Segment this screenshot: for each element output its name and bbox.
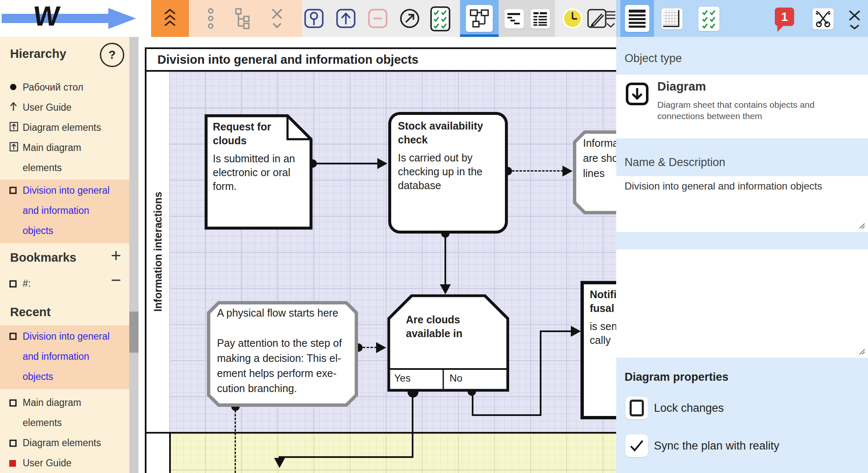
node-decision-are-clouds-available[interactable]: Are clouds available in Yes No	[387, 294, 509, 392]
square-icon	[9, 399, 17, 407]
node-info-comment[interactable]: Informa are sho lines	[573, 130, 616, 214]
node-body: Is submitted in an electronic or oral fo…	[213, 152, 305, 193]
recent-title: Recent	[10, 305, 51, 319]
diagram-canvas[interactable]: Division into general and information ob…	[139, 37, 616, 473]
lane-label-column: Information interactions	[146, 72, 169, 432]
node-flow-comment[interactable]: A physical flow starts here Pay attentio…	[207, 301, 358, 407]
sidebar-item-label: Division into general and information ob…	[23, 180, 110, 241]
name-textarea[interactable]: Division into general and information ob…	[616, 176, 868, 232]
logo-area[interactable]: W	[0, 0, 151, 37]
node-title: Notifi fusal	[590, 288, 616, 315]
diagram-type-icon	[625, 82, 649, 106]
menu-more-button[interactable]	[605, 10, 616, 29]
gantt-view-button[interactable]	[505, 9, 524, 29]
recent-item-division-active[interactable]: Division into general and information ob…	[0, 325, 129, 389]
lane-divider	[145, 432, 616, 434]
decision-branch-no[interactable]: No	[450, 372, 463, 384]
keys-button[interactable]	[813, 8, 834, 29]
flowchart-icon	[466, 5, 493, 32]
lane-physical-flow[interactable]	[169, 434, 616, 473]
connector-comment-down[interactable]	[235, 410, 236, 473]
sidebar-item-user-guide[interactable]: User Guide	[23, 97, 71, 117]
close-panel-button[interactable]	[847, 9, 862, 29]
triple-chevron-up-icon	[163, 8, 177, 29]
node-text: Informa are sho lines	[583, 135, 616, 181]
arrow-up-square-icon	[9, 142, 18, 152]
checklist-button[interactable]	[698, 7, 719, 31]
tree-structure-icon[interactable]	[233, 8, 252, 29]
square-icon	[9, 333, 17, 340]
node-body: Is carried out by checking up in the dat…	[398, 151, 494, 192]
sidebar-item-division-active[interactable]: Division into general and information ob…	[0, 179, 129, 243]
resize-handle-icon[interactable]	[858, 348, 865, 355]
logo-arrow-head-icon	[108, 8, 136, 29]
node-title: Stock availability check	[398, 119, 494, 147]
hierarchy-title: Hierarchy	[10, 47, 66, 61]
remove-bookmark-button[interactable]: −	[111, 270, 121, 290]
sidebar-item-main-diagram-elements[interactable]: Main diagram elements	[23, 138, 81, 178]
sidebar-item-desktop[interactable]: Рабочий стол	[23, 77, 83, 97]
type-description: Diagram sheet that contains objects and …	[657, 99, 855, 122]
decision-branch-yes[interactable]: Yes	[394, 372, 410, 384]
recent-item-diagram-elements[interactable]: Diagram elements	[23, 433, 101, 453]
square-icon	[9, 280, 17, 288]
help-button[interactable]: ?	[100, 43, 124, 67]
close-branch-icon[interactable]	[270, 7, 284, 30]
collapse-all-button[interactable]	[151, 0, 189, 37]
connector-request-stock[interactable]	[313, 163, 378, 164]
grid-view-button[interactable]	[661, 8, 682, 29]
open-external-button[interactable]	[400, 8, 420, 29]
arrowhead-icon	[562, 166, 573, 177]
connector-stock-decision[interactable]	[444, 234, 446, 286]
lock-changes-checkbox[interactable]	[625, 397, 648, 419]
arrow-up-icon	[9, 101, 18, 112]
object-type-card[interactable]: Diagram Diagram sheet that contains obje…	[616, 75, 868, 138]
add-bookmark-button[interactable]: +	[111, 246, 121, 266]
connector-comment-decision[interactable]	[363, 347, 377, 348]
resize-handle-icon[interactable]	[858, 222, 865, 229]
checkbox-unchecked-icon	[630, 400, 644, 416]
remove-button[interactable]	[368, 8, 388, 29]
lane1-label: Information interactions	[152, 192, 164, 312]
bullet-list-icon[interactable]	[207, 8, 214, 29]
connector-stock-infocomment[interactable]	[512, 170, 563, 172]
scrollbar-thumb[interactable]	[129, 312, 139, 353]
pin-node-button[interactable]	[304, 8, 324, 29]
sidebar-item-diagram-elements[interactable]: Diagram elements	[23, 117, 101, 138]
app-window: W	[0, 0, 868, 473]
help-question-glyph: ?	[108, 48, 115, 62]
node-stock-availability-check[interactable]: Stock availability check Is carried out …	[388, 112, 508, 234]
sheet-title-bar[interactable]: Division into general and information ob…	[145, 47, 616, 72]
object-type-heading: Object type	[625, 52, 682, 65]
arrowhead-icon	[376, 342, 386, 353]
square-icon	[9, 439, 17, 447]
node-notification[interactable]: Notifi fusal is sen cally	[580, 281, 616, 419]
square-icon	[9, 187, 17, 194]
recent-item-label: Division into general and information ob…	[23, 326, 110, 387]
connector-no-v2[interactable]	[540, 330, 541, 416]
sync-plan-checkbox[interactable]	[625, 434, 648, 457]
recent-item-main-diagram-elements[interactable]: Main diagram elements	[23, 392, 81, 433]
edit-pencil-button[interactable]	[587, 8, 607, 29]
bookmark-item[interactable]: #:	[23, 273, 31, 294]
sidebar-scrollbar[interactable]	[129, 37, 139, 473]
sync-plan-label: Sync the plan with reality	[654, 439, 779, 452]
node-body: is sen cally	[590, 320, 616, 347]
notification-badge[interactable]: 1	[775, 8, 794, 26]
connector-no-h2[interactable]	[540, 330, 572, 332]
diagram-view-button-active[interactable]	[460, 0, 499, 37]
connector-yes-h[interactable]	[279, 456, 413, 458]
description-textarea[interactable]	[616, 249, 868, 358]
checklist-document-button[interactable]	[430, 6, 451, 32]
checkmark-icon	[630, 439, 644, 452]
list-view-button[interactable]	[531, 9, 550, 29]
history-clock-button[interactable]	[562, 8, 583, 29]
move-up-button[interactable]	[336, 8, 356, 29]
notification-count: 1	[781, 10, 788, 24]
connector-yes-v[interactable]	[412, 393, 413, 458]
properties-view-button-active[interactable]	[620, 0, 654, 37]
connector-no-v1[interactable]	[472, 392, 473, 416]
connector-no-h1[interactable]	[472, 414, 541, 416]
recent-item-user-guide[interactable]: User Guide	[23, 453, 71, 473]
node-request-for-clouds[interactable]: Request for clouds Is submitted in an el…	[204, 114, 313, 230]
